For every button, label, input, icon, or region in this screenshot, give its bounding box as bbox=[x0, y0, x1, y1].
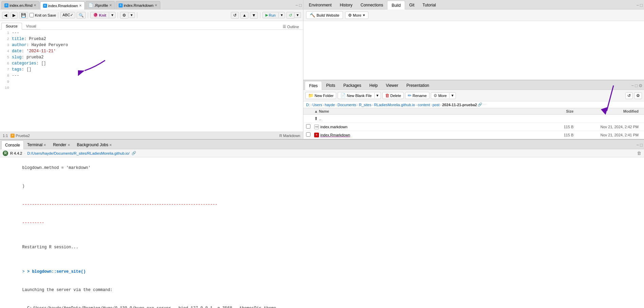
breadcrumb-item-rsites[interactable]: R_sites bbox=[359, 103, 371, 107]
reload-btn[interactable]: ↺ bbox=[286, 12, 295, 19]
r-path-label[interactable]: D:/Users/hayde/Documents/R_sites/RLadies… bbox=[27, 151, 129, 155]
outline-btn[interactable]: ☰ Outline bbox=[280, 24, 302, 30]
env-tab-environment[interactable]: Environment bbox=[305, 1, 336, 9]
file-row-up[interactable]: ⬆ .. bbox=[303, 115, 644, 123]
file-checkbox-rmarkdown[interactable] bbox=[306, 132, 310, 137]
more-btn[interactable]: ⚙ More ▼ bbox=[345, 12, 368, 19]
files-tab-packages[interactable]: Packages bbox=[339, 81, 365, 90]
terminal-close-btn[interactable]: ✕ bbox=[43, 143, 46, 147]
knit-on-save-label[interactable]: Knit on Save bbox=[29, 13, 56, 17]
knit-on-save-checkbox[interactable] bbox=[29, 13, 34, 17]
files-more-dropdown[interactable]: ▼ bbox=[449, 93, 456, 98]
env-tab-build[interactable]: Build bbox=[387, 1, 405, 9]
search-btn[interactable]: 🔍 bbox=[77, 12, 86, 19]
files-tab-presentation[interactable]: Presentation bbox=[402, 81, 433, 90]
env-minimize-btn[interactable]: − bbox=[637, 3, 639, 8]
reload-dropdown[interactable]: ▼ bbox=[295, 12, 301, 18]
col-size-header[interactable]: Size bbox=[546, 109, 573, 113]
file-row-markdown[interactable]: md index.markdown 115 B Nov 21, 2024, 2:… bbox=[303, 123, 644, 131]
run-btn-group[interactable]: ▶ Run ▼ bbox=[262, 12, 285, 18]
refresh-btn[interactable]: ↺ bbox=[231, 12, 239, 19]
tab-index-en-rmd[interactable]: R index.en.Rmd ✕ bbox=[1, 1, 39, 9]
console-tab-terminal[interactable]: Terminal ✕ bbox=[24, 141, 49, 149]
new-blank-file-btn[interactable]: 📄 New Blank File bbox=[338, 92, 374, 99]
file-check-rmarkdown[interactable] bbox=[306, 132, 314, 137]
tab-close-btn3[interactable]: ✕ bbox=[109, 3, 112, 7]
knit-dropdown[interactable]: ▼ bbox=[109, 13, 115, 18]
settings-btn[interactable]: ⚙ bbox=[120, 12, 128, 19]
sync-btn[interactable]: ↺ bbox=[625, 92, 633, 99]
code-editor[interactable]: 1 --- 2 title: Prueba2 3 author: Haydeé … bbox=[0, 30, 303, 132]
col-name-header[interactable]: ▲ Name bbox=[314, 109, 546, 113]
breadcrumb-item-content[interactable]: content bbox=[418, 103, 430, 107]
jump-up-btn[interactable]: ▲ bbox=[240, 12, 248, 19]
breadcrumb-item-users[interactable]: Users bbox=[313, 103, 322, 107]
col-modified-header[interactable]: Modified bbox=[573, 109, 641, 113]
line-num-4: 4 bbox=[0, 48, 12, 54]
r-path-link[interactable]: 🔗 bbox=[132, 151, 136, 155]
more-btn-group[interactable]: ⚙ More ▼ bbox=[431, 92, 456, 99]
file-name-up[interactable]: ⬆ .. bbox=[314, 116, 546, 121]
files-tab-plots[interactable]: Plots bbox=[322, 81, 339, 90]
files-more-btn[interactable]: ⚙ More bbox=[431, 93, 449, 99]
back-btn[interactable]: ◀ bbox=[2, 12, 9, 19]
console-minimize-btn[interactable]: − bbox=[637, 142, 639, 148]
tab-rprofile[interactable]: 📄 .Rprofile ✕ bbox=[85, 1, 115, 9]
files-minimize-btn[interactable]: − bbox=[631, 83, 634, 88]
breadcrumb-item-rladies[interactable]: RLadiesMorelia.github.io bbox=[374, 103, 415, 107]
tab-index-rmarkdown2[interactable]: R index.Rmarkdown ✕ bbox=[116, 1, 160, 9]
new-blank-file-dropdown[interactable]: ▼ bbox=[374, 93, 381, 98]
breadcrumb-item-documents[interactable]: Documents bbox=[338, 103, 357, 107]
rmd-tab-icon3: R bbox=[119, 3, 123, 7]
run-btn[interactable]: ▶ Run bbox=[263, 12, 278, 18]
files-settings-icon-btn[interactable]: ⚙ bbox=[634, 92, 642, 99]
new-folder-btn[interactable]: 📁 New Folder bbox=[305, 92, 336, 99]
run-dropdown[interactable]: ▼ bbox=[278, 13, 285, 18]
env-tab-git[interactable]: Git bbox=[405, 1, 418, 9]
env-tab-connections[interactable]: Connections bbox=[357, 1, 387, 9]
files-maximize-btn[interactable]: □ bbox=[635, 83, 638, 88]
breadcrumb-item-post[interactable]: post bbox=[432, 103, 440, 107]
file-checkbox-markdown[interactable] bbox=[306, 124, 310, 129]
env-maximize-btn[interactable]: □ bbox=[640, 3, 643, 8]
tab-close-btn[interactable]: ✕ bbox=[34, 3, 36, 7]
breadcrumb-more-icon[interactable]: ⋯ bbox=[483, 102, 487, 107]
breadcrumb-external-icon[interactable]: 🔗 bbox=[478, 102, 482, 107]
source-tab[interactable]: Source bbox=[1, 23, 22, 30]
console-clear-btn[interactable]: 🗑 bbox=[637, 151, 641, 156]
files-tab-help[interactable]: Help bbox=[365, 81, 382, 90]
console-tab-render[interactable]: Render ✕ bbox=[49, 141, 73, 149]
breadcrumb-item-d[interactable]: D: bbox=[306, 103, 310, 107]
forward-btn[interactable]: ▶ bbox=[11, 12, 18, 19]
knit-btn-group[interactable]: 🧶 Knit ▼ bbox=[90, 12, 116, 18]
file-row-rmarkdown[interactable]: R index.Rmarkdown 115 B Nov 21, 2024, 2:… bbox=[303, 131, 644, 139]
settings-dropdown[interactable]: ▼ bbox=[128, 12, 135, 18]
console-body[interactable]: blogdown.method = 'markdown' ) ---------… bbox=[0, 157, 644, 308]
delete-btn[interactable]: 🗑 Delete bbox=[382, 92, 404, 99]
console-tab-background[interactable]: Background Jobs ✕ bbox=[74, 141, 116, 149]
jump-down-btn[interactable]: ▼ bbox=[250, 12, 258, 19]
build-website-btn[interactable]: 🔨 Build Website bbox=[306, 11, 343, 19]
tab-index-rmarkdown[interactable]: R index.Rmarkdown ✕ bbox=[40, 1, 85, 9]
files-tab-viewer[interactable]: Viewer bbox=[382, 81, 402, 90]
breadcrumb-item-hayde[interactable]: hayde bbox=[325, 103, 335, 107]
tab-close-btn4[interactable]: ✕ bbox=[155, 3, 157, 7]
rename-btn[interactable]: ✏ Rename bbox=[405, 92, 429, 99]
files-settings-btn[interactable]: ⚙ bbox=[639, 83, 643, 88]
env-tab-history[interactable]: History bbox=[336, 1, 356, 9]
visual-tab[interactable]: Visual bbox=[22, 23, 40, 30]
bg-jobs-close-btn[interactable]: ✕ bbox=[109, 143, 112, 147]
console-pane: Console Terminal ✕ Render ✕ Background J… bbox=[0, 139, 644, 308]
files-tab-files[interactable]: Files bbox=[305, 81, 322, 90]
new-blank-file-group[interactable]: 📄 New Blank File ▼ bbox=[338, 92, 381, 99]
file-check-markdown[interactable] bbox=[306, 124, 314, 129]
console-maximize-btn[interactable]: □ bbox=[640, 142, 643, 148]
pane-minimize[interactable]: − □ bbox=[296, 3, 302, 9]
save-btn[interactable]: 💾 bbox=[19, 12, 28, 19]
render-close-btn[interactable]: ✕ bbox=[67, 143, 70, 147]
env-tab-tutorial[interactable]: Tutorial bbox=[418, 1, 440, 9]
spell-check-btn[interactable]: ABC✓ bbox=[60, 12, 75, 18]
console-tab-console[interactable]: Console bbox=[1, 140, 24, 149]
tab-close-btn2[interactable]: ✕ bbox=[79, 4, 82, 7]
knit-btn[interactable]: 🧶 Knit bbox=[90, 12, 109, 18]
